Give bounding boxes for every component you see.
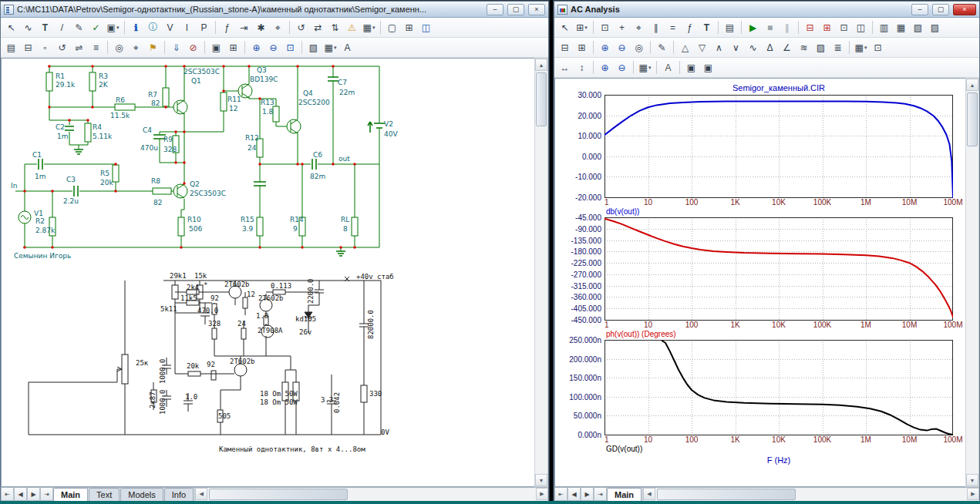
stepping-icon[interactable]: ⊞ bbox=[819, 19, 835, 35]
last-tab-button[interactable]: ⇥ bbox=[594, 488, 607, 501]
zoom-area-icon[interactable]: ⊡ bbox=[282, 39, 298, 55]
scroll-left-icon[interactable]: ◀ bbox=[195, 488, 207, 500]
align-icon[interactable]: ≡ bbox=[88, 39, 104, 55]
font-icon[interactable]: A bbox=[660, 59, 676, 76]
stretch-h-icon[interactable]: ↔ bbox=[557, 59, 573, 76]
numeric-output-icon[interactable]: ▥ bbox=[876, 19, 892, 35]
first-tab-button[interactable]: ⇤ bbox=[1, 488, 14, 501]
reduce-data-icon[interactable]: ▧ bbox=[910, 19, 926, 35]
schematic-window-titlebar[interactable]: C:\MC11\DATA\Petrov\Semigor-однотактник_… bbox=[1, 2, 548, 18]
zoom-out-icon[interactable]: ⊖ bbox=[614, 39, 630, 55]
rotate-icon[interactable]: ↺ bbox=[293, 19, 309, 35]
scroll-thumb[interactable] bbox=[536, 72, 547, 126]
wire-mode-icon[interactable]: ∿ bbox=[20, 19, 36, 35]
rotate-ccw-icon[interactable]: ↺ bbox=[54, 39, 70, 55]
scroll-track[interactable] bbox=[655, 488, 967, 501]
download-icon[interactable]: ⇓ bbox=[168, 39, 184, 55]
cursor-mode-icon[interactable]: + bbox=[614, 19, 630, 35]
scroll-down-icon[interactable]: ▼ bbox=[535, 474, 547, 486]
notes-icon[interactable]: ⊡ bbox=[870, 39, 886, 55]
run-icon[interactable]: ▶ bbox=[745, 19, 761, 35]
pause-icon[interactable]: ∥ bbox=[779, 19, 795, 35]
dropdown-arrow-icon[interactable]: ▾ bbox=[864, 45, 867, 51]
scroll-down-icon[interactable]: ▼ bbox=[966, 474, 978, 486]
stack-icon[interactable]: ≣ bbox=[830, 39, 846, 55]
component-browser-icon[interactable]: ▣▾ bbox=[105, 19, 121, 35]
next-valley-icon[interactable]: ▽ bbox=[694, 39, 710, 55]
prev-tab-button[interactable]: ◀ bbox=[567, 488, 581, 501]
tab-main[interactable]: Main bbox=[607, 488, 642, 501]
properties-icon[interactable]: ▤ bbox=[722, 19, 738, 35]
scroll-left-icon[interactable]: ◀ bbox=[643, 488, 655, 500]
tab-main[interactable]: Main bbox=[53, 488, 88, 501]
analysis-vertical-scrollbar[interactable]: ▲ ▼ bbox=[965, 78, 979, 487]
text-mode-icon[interactable]: T bbox=[699, 19, 715, 35]
scroll-thumb[interactable] bbox=[209, 489, 348, 500]
point-tag-icon[interactable]: ⌖ bbox=[631, 19, 647, 35]
global-high-icon[interactable]: Δ bbox=[762, 39, 778, 55]
restore-button[interactable]: ▢ bbox=[932, 4, 949, 15]
paste-icon[interactable]: ⊞ bbox=[225, 39, 241, 55]
slope-icon[interactable]: ∠ bbox=[779, 39, 795, 55]
layout-icon[interactable]: ⊟ bbox=[20, 39, 36, 55]
new-page-icon[interactable]: ▢ bbox=[384, 19, 400, 35]
info-mode-icon[interactable]: ℹ bbox=[128, 19, 144, 35]
minimize-button[interactable]: – bbox=[911, 4, 928, 15]
ac-analysis-titlebar[interactable]: AC Analysis – ▢ × bbox=[554, 2, 979, 18]
no-connect-icon[interactable]: ⊘ bbox=[185, 39, 201, 55]
check-icon[interactable]: ✓ bbox=[88, 19, 104, 35]
optimizer-icon[interactable]: ⊡ bbox=[836, 19, 852, 35]
grid-icon[interactable]: ▦▾ bbox=[322, 39, 338, 55]
font-icon[interactable]: A bbox=[339, 39, 355, 55]
image-icon[interactable]: ▧ bbox=[305, 39, 322, 55]
next-peak-icon[interactable]: △ bbox=[677, 39, 693, 55]
hatch-icon[interactable]: ▨ bbox=[813, 39, 829, 55]
scroll-up-icon[interactable]: ▲ bbox=[966, 79, 978, 91]
scroll-track[interactable] bbox=[966, 91, 978, 474]
probe-icon[interactable]: ⌖ bbox=[270, 19, 286, 35]
mirror-icon[interactable]: ⇌ bbox=[71, 39, 87, 55]
diagonal-wire-icon[interactable]: / bbox=[54, 19, 70, 35]
dropdown-arrow-icon[interactable]: ▾ bbox=[584, 25, 588, 31]
zoom-out-icon[interactable]: ⊖ bbox=[614, 59, 630, 76]
cursor-window-icon[interactable]: ⊞ bbox=[574, 39, 590, 55]
watch-icon[interactable]: ◫ bbox=[853, 19, 869, 35]
inflection-icon[interactable]: ∿ bbox=[745, 39, 761, 55]
help-mode-icon[interactable]: ⓘ bbox=[145, 19, 161, 35]
stretch-v-icon[interactable]: ↕ bbox=[574, 59, 590, 76]
stepping-icon[interactable]: ⇥ bbox=[236, 19, 252, 35]
tab-info[interactable]: Info bbox=[164, 488, 194, 501]
envelope-icon[interactable]: ≋ bbox=[796, 39, 812, 55]
analysis-horizontal-scrollbar[interactable]: ◀ ▶ bbox=[642, 488, 979, 501]
first-tab-button[interactable]: ⇤ bbox=[554, 488, 567, 501]
schematic-vertical-scrollbar[interactable]: ▲ ▼ bbox=[534, 58, 548, 487]
current-icon[interactable]: I bbox=[179, 19, 195, 35]
grid-icon[interactable]: ▦▾ bbox=[637, 59, 653, 76]
tab-text[interactable]: Text bbox=[89, 488, 120, 501]
add-page-icon[interactable]: ⊞ bbox=[401, 19, 417, 35]
dropdown-arrow-icon[interactable]: ▾ bbox=[116, 25, 120, 31]
zoom-in-icon[interactable]: ⊕ bbox=[248, 39, 264, 55]
panel-icon[interactable]: ⊟ bbox=[557, 39, 573, 55]
next-tab-button[interactable]: ▶ bbox=[27, 488, 40, 501]
dropdown-arrow-icon[interactable]: ▾ bbox=[372, 25, 375, 31]
power-icon[interactable]: P bbox=[196, 19, 212, 35]
restore-button[interactable]: ▢ bbox=[507, 4, 524, 15]
mode-select-icon[interactable]: ◫ bbox=[418, 19, 434, 35]
vertical-tag-icon[interactable]: ∥ bbox=[648, 19, 664, 35]
high-icon[interactable]: ∧ bbox=[711, 39, 727, 55]
dropdown-arrow-icon[interactable]: ▾ bbox=[648, 65, 652, 71]
horizontal-tag-icon[interactable]: = bbox=[665, 19, 681, 35]
scroll-track[interactable] bbox=[535, 71, 547, 474]
stop-icon[interactable]: ■ bbox=[762, 19, 778, 35]
dropdown-arrow-icon[interactable]: ▾ bbox=[334, 45, 337, 51]
edit-icon[interactable]: ✎ bbox=[654, 39, 670, 55]
prev-tab-button[interactable]: ◀ bbox=[14, 488, 27, 501]
schematic-horizontal-scrollbar[interactable]: ◀ ▶ bbox=[194, 488, 548, 501]
scale-mode-icon[interactable]: ⊡ bbox=[597, 19, 613, 35]
scroll-thumb[interactable] bbox=[967, 92, 978, 146]
close-button[interactable]: × bbox=[528, 4, 545, 15]
find-icon[interactable]: ◎ bbox=[111, 39, 127, 55]
optimize-icon[interactable]: ✱ bbox=[253, 19, 269, 35]
warning-icon[interactable]: ⚠ bbox=[344, 19, 360, 35]
